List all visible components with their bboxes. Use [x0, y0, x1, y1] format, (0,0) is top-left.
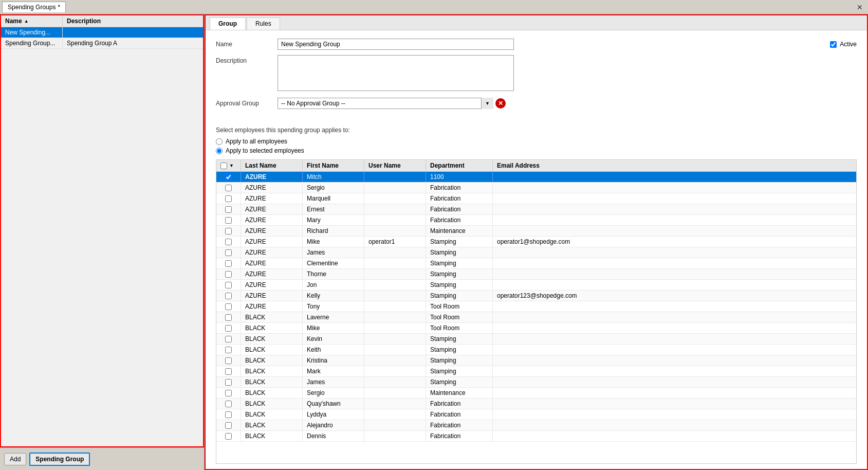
td-check[interactable]	[216, 269, 241, 279]
row-checkbox[interactable]	[225, 282, 232, 288]
tab-group[interactable]: Group	[210, 17, 246, 30]
table-row[interactable]: AZURE Clementine Stamping	[216, 258, 856, 269]
table-row[interactable]: AZURE James Stamping	[216, 247, 856, 258]
row-checkbox[interactable]	[225, 271, 232, 278]
row-checkbox[interactable]	[225, 206, 232, 213]
row-checkbox[interactable]	[225, 368, 232, 375]
row-checkbox[interactable]	[225, 174, 232, 180]
table-row[interactable]: AZURE Richard Maintenance	[216, 226, 856, 237]
td-check[interactable]	[216, 247, 241, 258]
row-checkbox[interactable]	[225, 249, 232, 256]
row-checkbox[interactable]	[225, 411, 232, 418]
table-row[interactable]: AZURE Mike operator1 Stamping operator1@…	[216, 237, 856, 247]
radio-all[interactable]	[216, 138, 223, 145]
td-check[interactable]	[216, 204, 241, 214]
th-email[interactable]: Email Address	[493, 160, 856, 171]
table-row[interactable]: BLACK Laverne Tool Room	[216, 312, 856, 323]
table-row[interactable]: BLACK Lyddya Fabrication	[216, 409, 856, 420]
td-check[interactable]	[216, 345, 241, 355]
td-check[interactable]	[216, 399, 241, 409]
tab-rules[interactable]: Rules	[247, 17, 280, 30]
row-checkbox[interactable]	[225, 217, 232, 224]
table-row[interactable]: BLACK James Stamping	[216, 377, 856, 388]
list-item[interactable]: Spending Group... Spending Group A	[1, 38, 203, 49]
table-row[interactable]: AZURE Ernest Fabrication	[216, 204, 856, 215]
th-firstname[interactable]: First Name	[303, 160, 364, 171]
table-row[interactable]: AZURE Thorne Stamping	[216, 269, 856, 280]
row-checkbox[interactable]	[225, 325, 232, 332]
list-item[interactable]: New Spending...	[1, 27, 203, 38]
add-button[interactable]: Add	[4, 453, 26, 465]
table-row[interactable]: AZURE Sergio Fabrication	[216, 183, 856, 193]
table-row[interactable]: AZURE Jon Stamping	[216, 280, 856, 291]
row-checkbox[interactable]	[225, 357, 232, 364]
row-checkbox[interactable]	[225, 195, 232, 202]
row-checkbox[interactable]	[225, 379, 232, 386]
radio-selected[interactable]	[216, 148, 223, 154]
row-checkbox[interactable]	[225, 293, 232, 299]
row-checkbox[interactable]	[225, 390, 232, 396]
table-row[interactable]: AZURE Tony Tool Room	[216, 301, 856, 312]
table-row[interactable]: AZURE Mitch 1100	[216, 172, 856, 183]
row-checkbox[interactable]	[225, 401, 232, 407]
clear-approval-group-button[interactable]: ✕	[495, 98, 506, 109]
row-checkbox[interactable]	[225, 314, 232, 321]
th-lastname[interactable]: Last Name	[241, 160, 303, 171]
td-check[interactable]	[216, 431, 241, 441]
td-check[interactable]	[216, 323, 241, 333]
select-all-checkbox[interactable]	[220, 162, 227, 169]
td-check[interactable]	[216, 301, 241, 312]
row-checkbox[interactable]	[225, 336, 232, 342]
radio-selected-option[interactable]: Apply to selected employees	[216, 147, 857, 154]
row-checkbox[interactable]	[225, 239, 232, 245]
td-check[interactable]	[216, 312, 241, 322]
table-row[interactable]: BLACK Sergio Maintenance	[216, 388, 856, 399]
row-checkbox[interactable]	[225, 347, 232, 353]
spending-group-button[interactable]: Spending Group	[29, 453, 90, 466]
table-row[interactable]: BLACK Keith Stamping	[216, 345, 856, 355]
active-checkbox[interactable]	[830, 41, 837, 48]
table-row[interactable]: BLACK Kristina Stamping	[216, 355, 856, 366]
td-check[interactable]	[216, 193, 241, 204]
row-checkbox[interactable]	[225, 433, 232, 440]
table-row[interactable]: BLACK Mike Tool Room	[216, 323, 856, 334]
table-row[interactable]: BLACK Alejandro Fabrication	[216, 420, 856, 431]
td-check[interactable]	[216, 409, 241, 420]
approval-group-select[interactable]: -- No Approval Group --	[278, 98, 493, 109]
row-checkbox[interactable]	[225, 185, 232, 191]
th-department[interactable]: Department	[426, 160, 493, 171]
td-check[interactable]	[216, 237, 241, 247]
name-input[interactable]	[278, 39, 514, 50]
td-check[interactable]	[216, 334, 241, 344]
td-check[interactable]	[216, 226, 241, 236]
table-row[interactable]: BLACK Kevin Stamping	[216, 334, 856, 345]
radio-all-option[interactable]: Apply to all employees	[216, 138, 857, 145]
td-check[interactable]	[216, 183, 241, 193]
row-checkbox[interactable]	[225, 303, 232, 310]
td-check[interactable]	[216, 366, 241, 376]
table-row[interactable]: BLACK Mark Stamping	[216, 366, 856, 377]
description-input[interactable]	[278, 55, 514, 91]
td-check[interactable]	[216, 280, 241, 290]
td-check[interactable]	[216, 258, 241, 268]
table-row[interactable]: AZURE Mary Fabrication	[216, 215, 856, 226]
row-checkbox[interactable]	[225, 228, 232, 234]
td-check[interactable]	[216, 377, 241, 387]
td-check[interactable]	[216, 388, 241, 398]
spending-groups-tab[interactable]: Spending Groups *	[2, 2, 66, 12]
td-check[interactable]	[216, 420, 241, 430]
td-check[interactable]	[216, 215, 241, 225]
col-header-name[interactable]: Name ▲	[1, 15, 63, 27]
th-check[interactable]: ▼	[216, 160, 241, 171]
td-check[interactable]	[216, 172, 241, 182]
td-check[interactable]	[216, 355, 241, 366]
row-checkbox[interactable]	[225, 422, 232, 429]
table-row[interactable]: AZURE Kelly Stamping operator123@shopedg…	[216, 291, 856, 301]
table-row[interactable]: BLACK Quay'shawn Fabrication	[216, 399, 856, 409]
table-row[interactable]: BLACK Dennis Fabrication	[216, 431, 856, 442]
table-row[interactable]: AZURE Marquell Fabrication	[216, 193, 856, 204]
row-checkbox[interactable]	[225, 260, 232, 267]
th-username[interactable]: User Name	[364, 160, 426, 171]
window-close-button[interactable]: ✕	[854, 2, 866, 12]
td-check[interactable]	[216, 291, 241, 301]
